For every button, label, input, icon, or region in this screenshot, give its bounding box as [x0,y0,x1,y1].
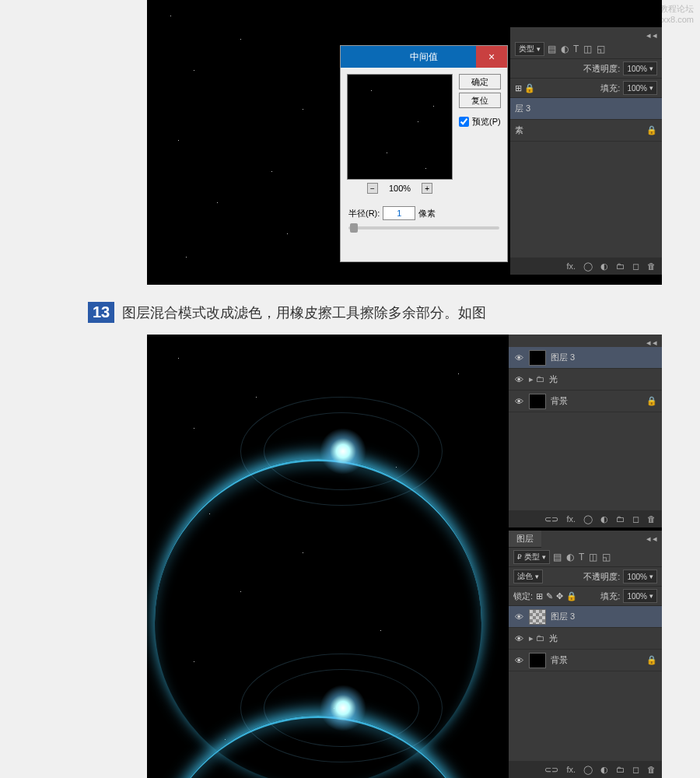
plus-icon: + [425,184,429,193]
layer-row[interactable]: 👁 ▸ 🗀 光 [509,628,662,650]
screenshot-bottom: ◂◂ 👁 图层 3 👁 ▸ 🗀 光 👁 背景 🔒 ⊂⊃ fx. ◯ ◐ 🗀 ◻ … [147,335,662,778]
zoom-value: 100% [389,184,411,193]
zoom-out-button[interactable]: − [367,183,378,194]
visibility-icon[interactable]: 👁 [513,634,524,643]
chevron-down-icon: ▾ [535,573,539,580]
layer-name: 光 [549,633,558,644]
smart-filter-icon[interactable]: ◱ [602,552,611,562]
mask-icon[interactable]: ◯ [583,261,593,272]
reset-button[interactable]: 复位 [459,93,501,108]
fx-icon[interactable]: fx. [566,765,576,774]
adjust-filter-icon[interactable]: ◐ [561,44,569,54]
text-filter-icon[interactable]: T [579,552,584,562]
text-filter-icon[interactable]: T [573,44,579,54]
radius-input[interactable] [383,206,415,220]
folder-toggle-icon[interactable]: ▸ 🗀 [529,374,544,384]
folder-icon[interactable]: 🗀 [616,514,625,524]
screenshot-top: 中间值 × − 100% + 确定 复位 [147,0,662,285]
layer-name: 素 [515,124,523,136]
dialog-titlebar[interactable]: 中间值 × [341,46,507,68]
folder-toggle-icon[interactable]: ▸ 🗀 [529,633,544,643]
layer-thumbnail [529,350,546,366]
filter-type-select[interactable]: ₽类型▾ [513,550,550,564]
preview-thumbnail[interactable] [347,74,453,180]
layers-panel-upper: ◂◂ 👁 图层 3 👁 ▸ 🗀 光 👁 背景 🔒 ⊂⊃ fx. ◯ ◐ 🗀 ◻ … [509,335,662,527]
layer-row[interactable]: 素 🔒 [510,120,662,142]
mask-icon[interactable]: ◯ [583,765,593,775]
adjustment-icon[interactable]: ◐ [600,514,608,524]
layer-row[interactable]: 👁 图层 3 [509,347,662,369]
lock-paint-icon[interactable]: ✎ [546,591,553,601]
new-layer-icon[interactable]: ◻ [632,514,639,524]
lock-icons[interactable]: ⊞ 🔒 [515,83,535,93]
visibility-icon[interactable]: 👁 [513,375,524,384]
adjustment-icon[interactable]: ◐ [600,765,608,775]
layer-row[interactable]: 层 3 [510,98,662,120]
shape-filter-icon[interactable]: ◫ [583,44,592,54]
new-layer-icon[interactable]: ◻ [632,765,639,775]
fx-icon[interactable]: fx. [566,261,576,271]
visibility-icon[interactable]: 👁 [513,656,524,665]
lock-all-icon[interactable]: 🔒 [566,591,577,601]
layer-row[interactable]: 👁 背景 🔒 [509,650,662,671]
shape-filter-icon[interactable]: ◫ [589,552,597,562]
layer-row[interactable]: 👁 图层 3 [509,606,662,628]
lens-flare [320,428,366,475]
step-number: 13 [88,302,114,323]
radius-unit: 像素 [418,208,436,219]
layer-name: 光 [549,373,558,385]
mask-icon[interactable]: ◯ [583,514,593,524]
panel-collapse-icon[interactable]: ◂◂ [646,534,659,544]
fill-label: 填充: [600,82,620,94]
preview-checkbox[interactable] [459,117,469,127]
layer-name: 图层 3 [551,352,575,363]
visibility-icon[interactable]: 👁 [513,353,524,363]
layers-tab[interactable]: 图层 [509,531,541,548]
lock-icon: 🔒 [646,396,657,406]
trash-icon[interactable]: 🗑 [647,765,656,774]
panel-collapse-icon[interactable]: ◂◂ [646,30,659,40]
lock-position-icon[interactable]: ✥ [556,591,563,601]
trash-icon[interactable]: 🗑 [647,261,656,271]
minus-icon: − [370,184,375,193]
layer-thumbnail [529,394,546,409]
zoom-in-button[interactable]: + [422,183,432,194]
opacity-input[interactable]: 100%▾ [623,61,657,75]
median-dialog: 中间值 × − 100% + 确定 复位 [340,45,508,262]
fill-input[interactable]: 100%▾ [623,589,657,603]
layers-panel-lower: ◂◂ 图层 ₽类型▾ ▤ ◐ T ◫ ◱ 滤色▾ 不透明度: 100%▾ 锁定:… [509,531,662,778]
lock-transparent-icon[interactable]: ⊞ [536,591,543,601]
smart-filter-icon[interactable]: ◱ [597,44,605,54]
layer-name: 层 3 [515,103,530,114]
lens-flare [320,685,366,731]
layer-row[interactable]: 👁 背景 🔒 [509,391,662,412]
new-layer-icon[interactable]: ◻ [632,261,639,272]
dialog-title-text: 中间值 [410,51,438,64]
trash-icon[interactable]: 🗑 [647,514,656,524]
panel-collapse-icon[interactable]: ◂◂ [646,338,659,348]
opacity-label: 不透明度: [583,63,620,75]
visibility-icon[interactable]: 👁 [513,612,524,622]
visibility-icon[interactable]: 👁 [513,397,524,406]
link-icon[interactable]: ⊂⊃ [544,514,558,524]
folder-icon[interactable]: 🗀 [616,261,625,271]
blend-mode-select[interactable]: 滤色▾ [513,569,543,584]
ok-button[interactable]: 确定 [459,74,501,89]
layer-row[interactable]: 👁 ▸ 🗀 光 [509,369,662,391]
opacity-input[interactable]: 100%▾ [623,569,657,584]
fx-icon[interactable]: fx. [566,514,576,524]
adjustment-icon[interactable]: ◐ [600,261,608,272]
layers-panel-top: ◂◂ 类型▾ ▤ ◐ T ◫ ◱ 不透明度: 100%▾ ⊞ 🔒 填充: 100… [510,27,662,275]
link-icon[interactable]: ⊂⊃ [544,765,558,775]
radius-slider[interactable] [348,226,499,230]
opacity-label: 不透明度: [583,571,620,583]
slider-thumb[interactable] [350,223,358,233]
fill-input[interactable]: 100%▾ [623,81,657,95]
close-button[interactable]: × [476,46,507,68]
adjust-filter-icon[interactable]: ◐ [566,552,574,562]
folder-icon[interactable]: 🗀 [616,765,625,774]
layer-name: 背景 [551,654,568,666]
filter-type-select[interactable]: 类型▾ [515,42,544,56]
image-filter-icon[interactable]: ▤ [553,552,562,562]
image-filter-icon[interactable]: ▤ [548,44,556,54]
